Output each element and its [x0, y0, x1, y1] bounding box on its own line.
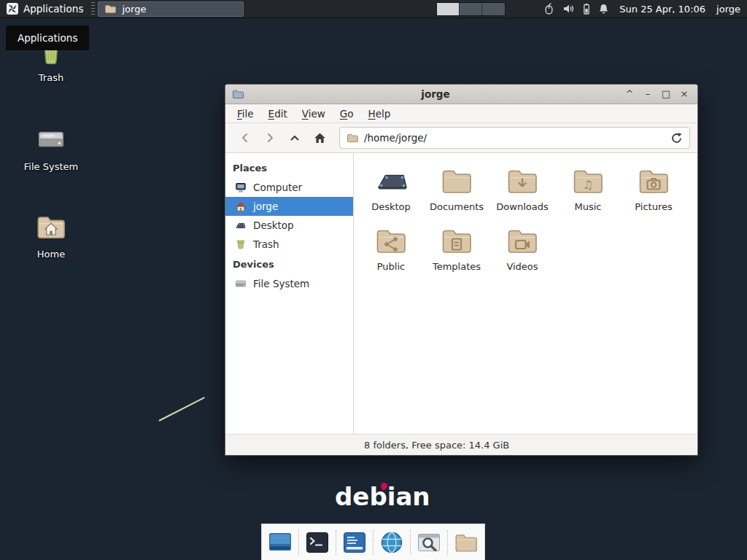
web-browser-button[interactable] — [376, 526, 408, 559]
file-manager-button[interactable] — [450, 526, 482, 559]
sidebar: Places Computer — [225, 153, 354, 434]
folder-downloads[interactable]: Downloads — [489, 163, 555, 213]
folder-label: Public — [377, 262, 405, 273]
computer-icon — [235, 182, 247, 193]
clock[interactable]: Sun 25 Apr, 10:06 — [619, 4, 705, 15]
menu-edit[interactable]: Edit — [261, 105, 295, 122]
mouse-device-icon[interactable] — [543, 3, 554, 15]
desktop-icon-file-system[interactable]: File System — [16, 122, 86, 172]
folder-pictures-icon — [636, 163, 671, 198]
terminal-icon — [304, 529, 330, 556]
menu-file[interactable]: File — [230, 105, 261, 122]
folder-documents[interactable]: Documents — [424, 163, 489, 213]
menu-view[interactable]: View — [295, 105, 333, 122]
folder-label: Documents — [430, 202, 484, 213]
workspace-switcher[interactable] — [436, 2, 506, 16]
application-finder-button[interactable] — [413, 526, 445, 559]
svg-text:♫: ♫ — [583, 178, 593, 192]
window-folder-icon — [232, 88, 244, 100]
location-input[interactable]: /home/jorge/ — [364, 132, 665, 144]
text-terminal-button[interactable] — [338, 526, 371, 559]
sidebar-item-file-system[interactable]: File System — [225, 274, 353, 293]
show-desktop-button[interactable] — [264, 526, 296, 559]
sidebar-item-label: File System — [253, 278, 309, 289]
back-button[interactable] — [233, 127, 258, 149]
sidebar-item-desktop[interactable]: Desktop — [225, 216, 353, 235]
home-button[interactable] — [307, 127, 332, 149]
up-button[interactable] — [282, 127, 307, 149]
dock-separator — [336, 530, 336, 555]
file-manager-window: jorge ^ – □ × File Edit View Go Help — [225, 84, 698, 456]
home-icon — [235, 201, 247, 212]
folder-public-icon — [374, 223, 409, 258]
titlebar[interactable]: jorge ^ – □ × — [225, 85, 697, 104]
folder-label: Desktop — [371, 202, 411, 213]
taskbar-button-jorge[interactable]: jorge — [98, 1, 244, 17]
application-finder-icon — [416, 529, 442, 556]
sidebar-item-label: Desktop — [253, 219, 294, 231]
desktop-icon-home[interactable]: Home — [16, 210, 86, 260]
drive-icon — [34, 122, 68, 156]
folder-label: Templates — [433, 262, 481, 273]
sidebar-item-label: Computer — [253, 182, 302, 193]
panel-grip — [91, 2, 95, 15]
maximize-button[interactable]: □ — [659, 88, 673, 101]
debian-logo: debian — [335, 482, 430, 511]
folder-label: Videos — [506, 262, 538, 273]
minimize-button[interactable]: – — [641, 88, 654, 101]
web-browser-icon — [379, 529, 405, 556]
dock-separator — [410, 530, 411, 555]
file-manager-icon — [453, 529, 479, 556]
folder-label: Downloads — [496, 202, 548, 213]
folder-desktop[interactable]: Desktop — [358, 163, 424, 213]
forward-button[interactable] — [258, 127, 282, 149]
sidebar-item-trash[interactable]: Trash — [225, 235, 353, 254]
volume-icon[interactable] — [562, 3, 575, 15]
folder-videos[interactable]: Videos — [489, 223, 555, 273]
shade-button[interactable]: ^ — [623, 88, 636, 101]
folder-music-icon: ♫ — [570, 163, 605, 198]
desktop-icon — [235, 219, 247, 231]
folder-icon — [347, 132, 358, 144]
file-list[interactable]: Desktop Documents Downloads — [354, 153, 697, 434]
session-user-label[interactable]: jorge — [716, 4, 740, 15]
sidebar-heading-places: Places — [225, 158, 353, 178]
drive-icon — [235, 278, 247, 289]
folder-templates[interactable]: Templates — [424, 223, 489, 273]
trash-icon — [235, 238, 247, 250]
folder-label: Music — [575, 202, 602, 213]
reload-button[interactable] — [670, 132, 683, 144]
xfce-logo-icon — [7, 3, 18, 15]
folder-templates-icon — [439, 223, 474, 258]
menubar: File Edit View Go Help — [225, 104, 697, 123]
close-button[interactable]: × — [678, 88, 691, 101]
window-body: Places Computer — [225, 153, 697, 434]
menu-go[interactable]: Go — [333, 105, 361, 122]
terminal-button[interactable] — [301, 526, 333, 559]
window-title: jorge — [248, 88, 623, 100]
home-folder-icon — [34, 210, 68, 244]
statusbar-text: 8 folders, Free space: 14.4 GiB — [364, 440, 509, 451]
dock — [261, 524, 485, 560]
battery-icon[interactable] — [583, 3, 590, 15]
notification-bell-icon[interactable] — [598, 3, 609, 15]
toolbar: /home/jorge/ — [225, 123, 697, 153]
statusbar: 8 folders, Free space: 14.4 GiB — [225, 434, 697, 455]
location-bar[interactable]: /home/jorge/ — [339, 127, 690, 149]
dock-separator — [298, 530, 299, 555]
sidebar-item-label: Trash — [253, 238, 279, 250]
folder-music[interactable]: ♫ Music — [555, 163, 621, 213]
dock-separator — [373, 530, 374, 555]
sidebar-item-computer[interactable]: Computer — [225, 178, 353, 197]
folder-public[interactable]: Public — [358, 223, 424, 273]
workspace-2[interactable] — [460, 3, 482, 15]
workspace-1[interactable] — [437, 3, 460, 15]
folder-pictures[interactable]: Pictures — [621, 163, 686, 213]
menu-help[interactable]: Help — [361, 105, 398, 122]
applications-menu-label: Applications — [23, 3, 83, 15]
applications-menu-button[interactable]: Applications — [0, 0, 90, 18]
sidebar-item-jorge[interactable]: jorge — [225, 197, 353, 216]
sidebar-item-label: jorge — [253, 201, 278, 212]
desktop-icon-label: Home — [37, 249, 65, 260]
workspace-3[interactable] — [482, 3, 505, 15]
